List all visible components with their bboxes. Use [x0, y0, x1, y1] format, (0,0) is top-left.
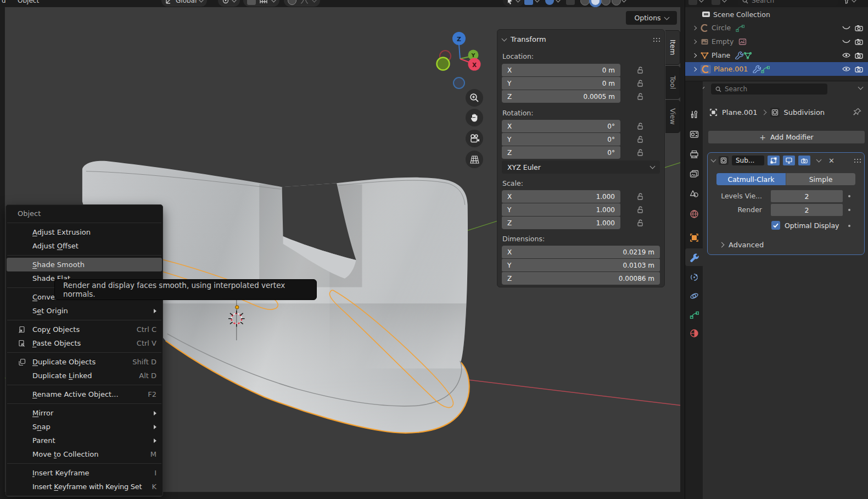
solid-shading-icon[interactable] — [591, 0, 600, 5]
outliner-search[interactable]: Search — [738, 0, 838, 7]
hide-eye-closed-icon[interactable] — [842, 39, 850, 45]
location-z-field[interactable]: Z0.0005 m — [502, 90, 620, 103]
viewport-options-button[interactable]: Options — [626, 11, 677, 25]
scale-x-field[interactable]: X1.000 — [502, 190, 620, 203]
outliner-filter-button[interactable] — [843, 0, 856, 7]
menu-item-adjust-offset[interactable]: Adjust Offset — [7, 239, 162, 253]
expand-chevron-icon[interactable] — [692, 25, 697, 30]
eye-open-icon[interactable] — [842, 66, 850, 72]
expand-chevron-icon[interactable] — [692, 53, 697, 57]
scale-z-field[interactable]: Z1.000 — [502, 217, 620, 229]
levels-viewport-field[interactable]: 2 — [771, 190, 843, 202]
modifier-editmode-toggle[interactable] — [768, 156, 780, 165]
tab-scene[interactable] — [685, 185, 703, 202]
rotation-z-lock-icon[interactable] — [633, 146, 647, 159]
menu-item-mirror[interactable]: Mirror — [7, 406, 162, 420]
pivot-point-dropdown[interactable] — [218, 0, 240, 7]
menu-item-duplicate-linked[interactable]: Duplicate LinkedAlt D — [7, 369, 162, 382]
scene-collection-row[interactable]: Scene Collection — [685, 8, 868, 20]
overlays-toggle[interactable] — [545, 0, 560, 7]
gizmo-toggle[interactable] — [524, 0, 539, 7]
material-shading-icon[interactable] — [601, 0, 611, 5]
xray-toggle[interactable] — [566, 0, 575, 7]
menu-item-rename-active-object[interactable]: Rename Active Object...F2 — [7, 387, 162, 401]
properties-header-options-icon[interactable] — [858, 85, 864, 90]
npanel-tab-view[interactable]: View — [665, 100, 680, 133]
menu-item-move-to-collection[interactable]: Move to CollectionM — [7, 447, 162, 461]
camera-visibility-icon[interactable] — [855, 38, 863, 45]
scale-y-lock-icon[interactable] — [633, 203, 647, 216]
menu-item-snap[interactable]: Snap — [7, 420, 162, 434]
breadcrumb-modifier-name[interactable]: Subdivision — [784, 108, 825, 117]
outliner-filter-mode-dropdown[interactable] — [712, 0, 726, 7]
tab-render[interactable] — [685, 125, 703, 143]
pin-icon[interactable] — [853, 108, 861, 116]
location-x-lock-icon[interactable] — [633, 64, 647, 76]
tab-material[interactable] — [685, 324, 703, 342]
editor-divider-vertical[interactable] — [685, 0, 685, 499]
scale-y-field[interactable]: Y1.000 — [502, 203, 620, 216]
magnet-snap-toggle-icon[interactable] — [247, 0, 256, 5]
scale-x-lock-icon[interactable] — [633, 190, 647, 203]
menu-item-set-origin[interactable]: Set Origin — [7, 304, 162, 318]
transform-orientation-dropdown[interactable]: Global — [161, 0, 207, 7]
menu-item-adjust-extrusion[interactable]: Adjust Extrusion — [7, 225, 162, 239]
dimensions-x-field[interactable]: X0.0219 m — [502, 246, 660, 258]
wireframe-shading-icon[interactable] — [580, 0, 590, 5]
outliner-row-empty[interactable]: Empty — [685, 35, 868, 48]
menu-add-clipped[interactable]: d — [2, 0, 6, 7]
advanced-section-toggle[interactable]: Advanced — [720, 241, 764, 249]
animate-dot-icon[interactable] — [848, 225, 850, 227]
properties-search-input[interactable]: Search — [711, 84, 827, 95]
location-x-field[interactable]: X0 m — [502, 64, 620, 76]
snap-controls[interactable] — [243, 0, 279, 7]
pan-button[interactable] — [466, 109, 483, 126]
camera-view-button[interactable] — [466, 130, 483, 147]
xray-icon[interactable] — [566, 0, 575, 5]
menu-item-copy-objects[interactable]: Copy ObjectsCtrl C — [7, 323, 162, 336]
outliner-row-plane-001-selected[interactable]: Plane.001 — [685, 62, 868, 76]
npanel-tab-item[interactable]: Item — [665, 30, 680, 65]
overlays-icon[interactable] — [545, 0, 554, 5]
shading-dropdown-icon[interactable] — [621, 0, 627, 2]
menu-item-shade-smooth[interactable]: Shade Smooth — [7, 258, 162, 271]
collapse-chevron-icon[interactable] — [711, 157, 716, 163]
modifier-realtime-toggle[interactable] — [783, 156, 795, 165]
modifier-close-icon[interactable]: ✕ — [828, 157, 835, 165]
proportional-edit-controls[interactable] — [284, 0, 320, 7]
tab-tool[interactable] — [685, 106, 703, 123]
rotation-mode-dropdown[interactable]: XYZ Euler — [502, 160, 660, 174]
gizmo-negative-y-ball[interactable] — [437, 58, 450, 70]
modifier-drag-handle[interactable] — [854, 158, 861, 163]
tab-modifiers-active[interactable] — [685, 248, 703, 266]
rotation-x-lock-icon[interactable] — [633, 120, 647, 132]
tab-view-layer[interactable] — [685, 165, 703, 182]
location-y-lock-icon[interactable] — [633, 77, 647, 90]
gizmo-icon[interactable] — [524, 0, 533, 5]
animate-dot-icon[interactable] — [848, 195, 850, 197]
menu-item-duplicate-objects[interactable]: Duplicate ObjectsShift D — [7, 355, 162, 369]
proportional-editing-icon[interactable] — [288, 0, 296, 5]
camera-visibility-icon[interactable] — [855, 66, 863, 73]
tab-particles[interactable] — [685, 268, 703, 286]
rotation-x-field[interactable]: X0° — [502, 120, 620, 132]
view-navigation-gizmo[interactable]: Z Y X — [423, 25, 494, 99]
outliner-row-plane[interactable]: Plane — [685, 48, 868, 62]
menu-item-parent[interactable]: Parent — [7, 434, 162, 447]
gizmo-negative-z-ball[interactable] — [453, 77, 464, 88]
rotation-z-field[interactable]: Z0° — [502, 146, 620, 159]
menu-object[interactable]: Object — [18, 0, 39, 7]
outliner-row-circle[interactable]: Circle — [685, 21, 868, 35]
orthographic-toggle-button[interactable] — [466, 151, 483, 168]
dimensions-y-field[interactable]: Y0.0103 m — [502, 259, 660, 271]
tab-object[interactable] — [685, 229, 703, 246]
tab-physics[interactable] — [685, 287, 703, 304]
render-levels-field[interactable]: 2 — [771, 204, 843, 216]
add-modifier-button[interactable]: + Add Modifier — [708, 131, 865, 143]
tab-output[interactable] — [685, 145, 703, 163]
optimal-display-checkbox[interactable] — [771, 221, 780, 230]
transform-panel-header[interactable]: Transform — [502, 33, 660, 46]
hide-eye-closed-icon[interactable] — [842, 25, 850, 31]
select-tool-dropdown[interactable] — [503, 0, 524, 7]
location-z-lock-icon[interactable] — [633, 90, 647, 103]
